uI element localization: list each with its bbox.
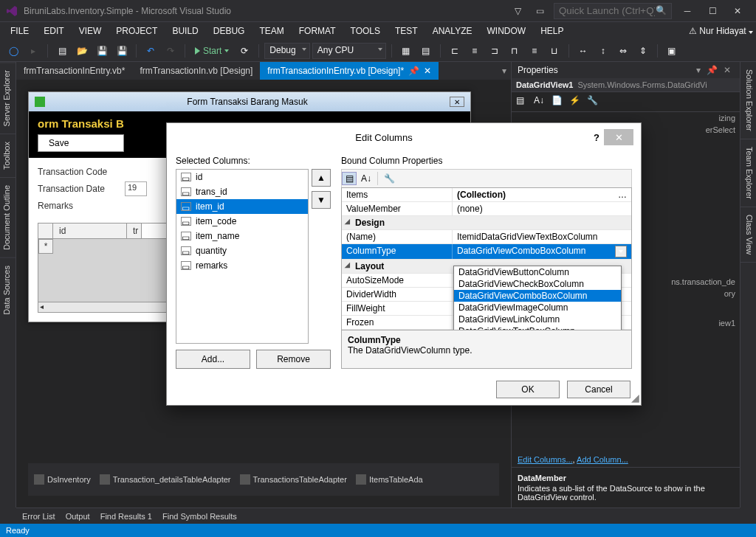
tool-tab-document-outline[interactable]: Document Outline [0, 177, 16, 257]
quick-launch[interactable]: 🔍 [554, 3, 672, 19]
add-column-button[interactable]: Add... [176, 350, 250, 369]
property-object-selector[interactable]: DataGridView1 System.Windows.Forms.DataG… [512, 78, 740, 92]
property-pages-icon[interactable]: 🔧 [587, 95, 602, 108]
tool-tab-server-explorer[interactable]: Server Explorer [0, 62, 16, 134]
column-list-item[interactable]: ▭item_code [176, 214, 308, 229]
bottom-tab[interactable]: Output [66, 512, 90, 521]
menu-help[interactable]: HELP [533, 24, 571, 38]
quick-launch-input[interactable] [559, 5, 655, 16]
tray-component[interactable]: DsInventory [34, 474, 91, 485]
start-debug-button[interactable]: Start [190, 44, 233, 58]
add-column-link[interactable]: Add Column... [577, 455, 628, 464]
align-middle-icon[interactable]: ≡ [526, 43, 543, 59]
column-list-item[interactable]: ▭item_name [176, 229, 308, 243]
align-top-icon[interactable]: ⊓ [506, 43, 523, 59]
align-right-icon[interactable]: ⊐ [486, 43, 504, 59]
undo-button[interactable]: ↶ [142, 43, 159, 59]
form-close-icon[interactable]: ✕ [450, 97, 464, 107]
dropdown-option[interactable]: DataGridViewLinkColumn [454, 313, 621, 325]
dropdown-button[interactable] [615, 246, 627, 257]
align-grid-icon[interactable]: ▦ [397, 43, 415, 59]
menu-format[interactable]: FORMAT [292, 24, 343, 38]
columntype-dropdown[interactable]: DataGridViewButtonColumnDataGridViewChec… [453, 266, 622, 330]
tray-component[interactable]: ItemsTableAda [356, 474, 423, 485]
document-tab[interactable]: frmTransactionInEntry.vb [Design]*📌✕ [260, 62, 439, 80]
edit-columns-link[interactable]: Edit Columns... [518, 455, 573, 464]
column-list-item[interactable]: ▭id [176, 170, 308, 184]
feedback-icon[interactable]: ▭ [529, 2, 551, 20]
column-list-item[interactable]: ▭remarks [176, 258, 308, 273]
dropdown-option[interactable]: DataGridViewTextBoxColumn [454, 325, 621, 330]
restore-button[interactable]: ☐ [700, 1, 725, 21]
tool-tab-toolbox[interactable]: Toolbox [0, 134, 16, 177]
dropdown-option[interactable]: DataGridViewImageColumn [454, 302, 621, 313]
bottom-tab[interactable]: Find Results 1 [100, 512, 152, 521]
alphabetical-icon[interactable]: A↓ [359, 172, 374, 185]
document-tab[interactable]: frmTransactionIn.vb [Design] [132, 62, 260, 80]
align-icon[interactable]: ▤ [417, 43, 435, 59]
menu-tools[interactable]: TOOLS [343, 24, 388, 38]
tool-tab-class-view[interactable]: Class View [740, 207, 756, 263]
hspace-icon[interactable]: ↔ [574, 43, 592, 59]
prop-items-value[interactable]: (Collection) [457, 190, 506, 200]
menu-analyze[interactable]: ANALYZE [425, 24, 480, 38]
save-all-button[interactable]: 💾 [113, 43, 131, 59]
dropdown-option[interactable]: DataGridViewCheckBoxColumn [454, 278, 621, 290]
menu-build[interactable]: BUILD [165, 24, 205, 38]
pin-icon[interactable]: 📌 [707, 65, 718, 75]
column-list-item[interactable]: ▭quantity [176, 243, 308, 258]
prop-columntype-value[interactable]: DataGridViewComboBoxColumn [453, 244, 631, 259]
tool-tab-solution-explorer[interactable]: Solution Explorer [740, 62, 756, 139]
close-panel-icon[interactable]: ✕ [724, 65, 731, 75]
align-left-icon[interactable]: ⊏ [446, 43, 464, 59]
menu-debug[interactable]: DEBUG [206, 24, 252, 38]
move-down-button[interactable]: ▼ [312, 191, 331, 209]
alphabetical-icon[interactable]: A↓ [534, 95, 549, 108]
nav-fwd-button[interactable]: ▸ [24, 43, 42, 59]
help-icon[interactable]: ? [594, 132, 599, 143]
categorized-icon[interactable]: ▤ [516, 95, 531, 108]
property-pages-icon[interactable]: 🔧 [382, 172, 396, 185]
properties-icon[interactable]: 📄 [551, 95, 566, 108]
menu-edit[interactable]: EDIT [36, 24, 71, 38]
prop-valuemember-value[interactable]: (none) [453, 202, 631, 215]
align-center-icon[interactable]: ≡ [466, 43, 484, 59]
resize-grip-icon[interactable]: ◢ [631, 392, 639, 403]
dropdown-option[interactable]: DataGridViewComboBoxColumn [454, 290, 621, 302]
document-tab[interactable]: frmTransactionInEntry.vb* [16, 62, 132, 80]
height-icon[interactable]: ⇕ [634, 43, 652, 59]
vspace-icon[interactable]: ↕ [594, 43, 612, 59]
menu-project[interactable]: PROJECT [109, 24, 165, 38]
tray-component[interactable]: Transaction_detailsTableAdapter [100, 474, 231, 485]
menu-team[interactable]: TEAM [252, 24, 291, 38]
prop-name-value[interactable]: ItemidDataGridViewTextBoxColumn [453, 230, 631, 243]
refresh-icon[interactable]: ⟳ [236, 43, 253, 59]
selected-columns-list[interactable]: ▭id▭trans_id▭item_id▭item_code▭item_name… [176, 169, 309, 344]
menu-test[interactable]: TEST [388, 24, 425, 38]
flag-icon[interactable]: ▽ [506, 2, 529, 20]
column-list-item[interactable]: ▭trans_id [176, 184, 308, 199]
grid-col-id[interactable]: id [53, 224, 127, 238]
move-up-button[interactable]: ▲ [312, 169, 331, 187]
new-project-button[interactable]: ▤ [53, 43, 71, 59]
bring-front-icon[interactable]: ▣ [663, 43, 681, 59]
menu-view[interactable]: VIEW [72, 24, 109, 38]
tool-tab-team-explorer[interactable]: Team Explorer [740, 139, 756, 207]
signed-in-user[interactable]: ⚠ Nur Hidayat [689, 26, 753, 36]
align-bottom-icon[interactable]: ⊔ [546, 43, 563, 59]
dialog-close-button[interactable]: ✕ [604, 129, 633, 145]
category-layout[interactable]: Layout [342, 260, 388, 273]
cancel-button[interactable]: Cancel [567, 381, 630, 398]
minimize-button[interactable]: ─ [675, 1, 700, 21]
tab-overflow-icon[interactable]: ▾ [502, 66, 506, 76]
dropdown-option[interactable]: DataGridViewButtonColumn [454, 266, 621, 278]
nav-back-button[interactable]: ◯ [4, 43, 22, 59]
menu-window[interactable]: WINDOW [479, 24, 533, 38]
platform-combo[interactable]: Any CPU [312, 43, 386, 59]
width-icon[interactable]: ⇔ [614, 43, 632, 59]
menu-file[interactable]: FILE [3, 24, 36, 38]
config-combo[interactable]: Debug [264, 43, 309, 59]
close-button[interactable]: ✕ [725, 1, 750, 21]
bottom-tab[interactable]: Error List [22, 512, 55, 521]
redo-button[interactable]: ↷ [162, 43, 179, 59]
